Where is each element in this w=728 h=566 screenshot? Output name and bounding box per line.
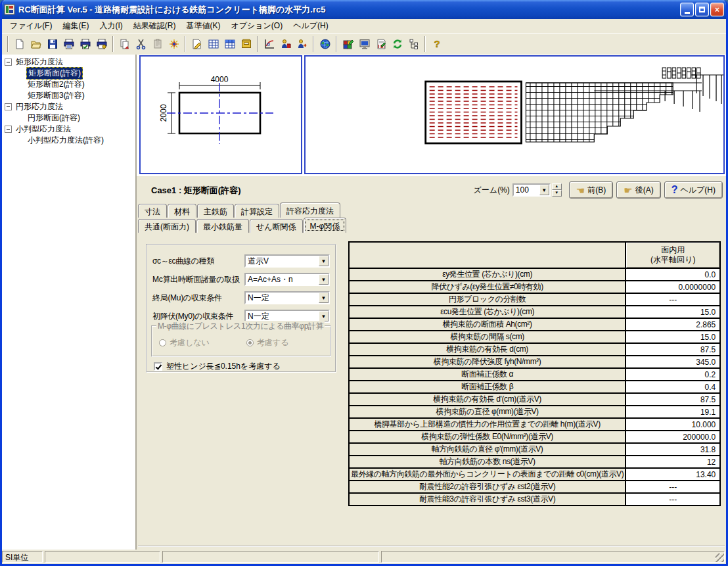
tree-item-oval-section[interactable]: 小判型応力度法(許容) <box>26 135 135 146</box>
param-value[interactable]: 19.1 <box>626 406 720 418</box>
menu-standards[interactable]: 基準値(K) <box>181 19 225 33</box>
tree-item-rect-section3[interactable]: 矩形断面3(許容) <box>26 90 135 101</box>
menu-options[interactable]: オプション(O) <box>225 19 288 33</box>
tab-shear[interactable]: せん断関係 <box>250 219 303 233</box>
zoom-select[interactable]: 100 ▼ <box>512 183 551 197</box>
print-report-icon[interactable] <box>373 36 389 53</box>
mu-condition-select[interactable]: N一定 ▼ <box>244 291 330 304</box>
param-value[interactable]: 13.40 <box>626 468 720 481</box>
spinner-up-icon[interactable]: ▲ <box>552 183 562 190</box>
color-settings-icon[interactable] <box>340 36 356 53</box>
param-value[interactable]: 12 <box>626 456 720 468</box>
tree-item-circle-section[interactable]: 円形断面(許容) <box>26 112 135 124</box>
checkbox-checked-icon[interactable] <box>154 362 162 371</box>
table-row: 耐震性能2の許容引張ひずみ εst2(道示V)--- <box>349 481 720 493</box>
tree-item-rect-section2[interactable]: 矩形断面2(許容) <box>26 79 135 90</box>
print-check-icon[interactable] <box>77 36 93 53</box>
chevron-down-icon[interactable]: ▼ <box>319 293 329 303</box>
curve-type-select[interactable]: 道示V ▼ <box>244 254 330 268</box>
tree-item-rect-section1[interactable]: 矩形断面(許容) <box>26 68 135 79</box>
chevron-down-icon[interactable]: ▼ <box>319 311 329 321</box>
tab-dimensions[interactable]: 寸法 <box>138 204 167 218</box>
param-value[interactable]: 0.2 <box>626 368 720 381</box>
plastic-hinge-checkbox[interactable]: 塑性ヒンジ長≦0.15hを考慮する <box>154 361 281 372</box>
param-label: 軸方向鉄筋の直径 φ'(mm)(道示V) <box>349 443 626 456</box>
param-value[interactable]: 345.0 <box>626 356 720 368</box>
new-file-icon[interactable] <box>11 36 28 53</box>
collapse-icon[interactable] <box>5 126 12 133</box>
titlebar[interactable]: RC断面計算 Ver.5 - 道路橋耐震設計における鉄筋コンクリート橋脚の水平力… <box>0 0 728 19</box>
param-value[interactable]: 0.4 <box>626 381 720 393</box>
menu-edit[interactable]: 編集(E) <box>57 19 94 33</box>
collapse-icon[interactable] <box>5 103 12 110</box>
param-value[interactable]: 0.0 <box>626 268 720 281</box>
print-settings-icon[interactable] <box>93 36 110 53</box>
print-icon[interactable] <box>60 36 77 53</box>
help-icon[interactable]: ? <box>428 36 445 53</box>
help-button[interactable]: ? ヘルプ(H) <box>664 181 723 199</box>
param-label: 横拘束筋の降伏強度 fyh(N/mm²) <box>349 356 626 368</box>
tab-min-rebar[interactable]: 最小鉄筋量 <box>196 219 249 233</box>
maximize-button[interactable] <box>695 3 709 16</box>
clear-icon[interactable] <box>166 36 182 53</box>
result-export-icon[interactable] <box>294 36 310 53</box>
param-value[interactable]: 0.0000000 <box>626 281 720 293</box>
menu-file[interactable]: ファイル(F) <box>5 19 57 33</box>
table-result-icon[interactable] <box>221 36 238 53</box>
spinner-down-icon[interactable]: ▼ <box>552 190 562 197</box>
data-drawer-icon[interactable] <box>238 36 254 53</box>
chevron-down-icon[interactable]: ▼ <box>319 274 329 285</box>
chevron-down-icon[interactable]: ▼ <box>319 256 329 266</box>
cut-icon[interactable] <box>133 36 149 53</box>
param-value[interactable]: --- <box>626 493 720 506</box>
table-view-icon[interactable] <box>205 36 221 53</box>
tab-materials[interactable]: 材料 <box>168 204 196 218</box>
resize-grip[interactable] <box>716 554 724 562</box>
param-value[interactable]: --- <box>626 293 720 306</box>
sub-tabstrip: 共通(断面力) 最小鉄筋量 せん断関係 M-φ関係 <box>137 218 726 233</box>
tree-node-oval-method[interactable]: 小判型応力度法 <box>4 124 135 135</box>
minimize-button[interactable] <box>680 3 694 16</box>
tab-m-phi[interactable]: M-φ関係 <box>304 218 347 233</box>
mc-section-select[interactable]: A=Ac+As・n ▼ <box>244 273 330 286</box>
collapse-icon[interactable] <box>5 59 12 66</box>
tree-view-icon[interactable] <box>405 36 422 53</box>
web-icon[interactable] <box>317 36 333 53</box>
menu-help[interactable]: ヘルプ(H) <box>288 19 334 33</box>
menu-input[interactable]: 入力(I) <box>94 19 127 33</box>
param-value[interactable]: 87.5 <box>626 393 720 406</box>
tree-node-circle-method[interactable]: 円形応力度法 <box>4 101 135 112</box>
tab-common-forces[interactable]: 共通(断面力) <box>138 219 196 233</box>
tree-node-rect-method[interactable]: 矩形応力度法 <box>4 57 135 68</box>
recalculate-icon[interactable] <box>389 36 405 53</box>
open-file-icon[interactable] <box>28 36 44 53</box>
screen-view-icon[interactable] <box>356 36 373 53</box>
save-icon[interactable] <box>44 36 60 53</box>
input-edit-icon[interactable] <box>189 36 205 53</box>
tab-calc-settings[interactable]: 計算設定 <box>235 204 279 218</box>
table-row: 軸方向鉄筋の直径 φ'(mm)(道示V)31.8 <box>349 443 720 456</box>
param-value[interactable]: 15.0 <box>626 306 720 318</box>
param-value[interactable]: 10.000 <box>626 418 720 431</box>
selected-tree-item[interactable]: 矩形断面(許容) <box>26 67 83 80</box>
param-value[interactable]: 15.0 <box>626 331 720 343</box>
section-dimension-drawing: 4000 2000 <box>139 55 302 174</box>
result-view-icon[interactable] <box>277 36 294 53</box>
tab-allowable-stress[interactable]: 許容応力度法 <box>280 202 340 218</box>
tab-main-rebar[interactable]: 主鉄筋 <box>197 204 234 218</box>
chart-view-icon[interactable] <box>261 36 277 53</box>
copy-icon[interactable] <box>116 36 133 53</box>
menu-results[interactable]: 結果確認(R) <box>128 19 181 33</box>
param-value[interactable]: 200000.0 <box>626 431 720 443</box>
zoom-spinner[interactable]: ▲ ▼ <box>552 183 562 197</box>
paste-icon[interactable] <box>149 36 166 53</box>
param-value[interactable]: 2.865 <box>626 318 720 331</box>
next-button[interactable]: ☛ 後(A) <box>616 181 660 199</box>
chevron-down-icon[interactable]: ▼ <box>539 185 549 195</box>
param-value[interactable]: 31.8 <box>626 443 720 456</box>
prev-button[interactable]: ☚ 前(B) <box>569 181 613 199</box>
close-button[interactable]: × <box>710 3 724 16</box>
param-value[interactable]: 87.5 <box>626 343 720 356</box>
m-phi-parameter-table: 面内用 (水平軸回り) εy発生位置 (芯かぶり)(cm)0.0 降伏ひずみ(ε… <box>348 241 721 506</box>
param-value[interactable]: --- <box>626 481 720 493</box>
